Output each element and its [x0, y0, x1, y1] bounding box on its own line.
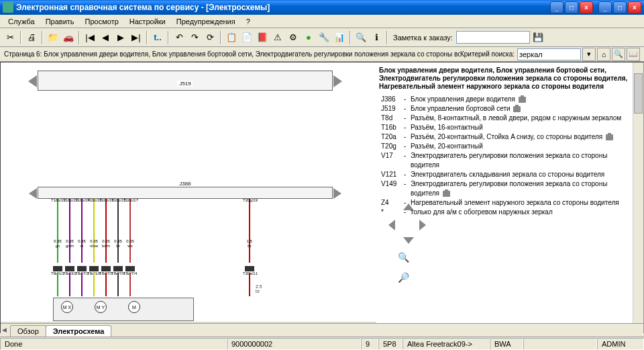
wire[interactable] — [105, 199, 107, 263]
menu-warnings[interactable]: Предупреждения — [171, 16, 241, 27]
nav-up-icon[interactable] — [403, 204, 414, 210]
wire[interactable] — [105, 273, 107, 296]
wire[interactable] — [57, 199, 58, 263]
tool-gear-icon[interactable]: ⚙ — [286, 30, 301, 45]
connector-pin[interactable] — [245, 266, 254, 271]
tool-cut-icon[interactable]: ✂ — [3, 30, 17, 45]
tool-clipboard-icon[interactable]: 📋 — [224, 30, 239, 45]
connector-pin[interactable] — [89, 266, 99, 271]
wire[interactable] — [69, 199, 70, 263]
camera-icon[interactable] — [513, 106, 521, 112]
wire[interactable] — [69, 273, 70, 296]
wire[interactable] — [57, 273, 58, 296]
tool-redo-icon[interactable]: ↷ — [187, 30, 202, 45]
connector-pin[interactable] — [125, 266, 135, 271]
connector-pin[interactable] — [113, 266, 123, 271]
wire[interactable] — [249, 273, 250, 296]
tool-undo-icon[interactable]: ↶ — [172, 30, 186, 45]
tool-refresh-icon[interactable]: ⟳ — [203, 30, 217, 45]
search-find-button[interactable]: 🔍 — [612, 48, 625, 61]
legend-code: T8d — [379, 114, 402, 123]
tool-last-icon[interactable]: ▶| — [129, 30, 144, 45]
status-docnum: 9000000002 — [227, 338, 361, 350]
tool-doc-icon[interactable]: 📄 — [239, 30, 254, 45]
tool-info-icon[interactable]: ℹ — [369, 30, 384, 45]
legend-v-scrollbar[interactable] — [633, 62, 643, 333]
close-button[interactable]: × — [580, 1, 593, 13]
camera-icon[interactable] — [443, 191, 450, 197]
wire[interactable] — [81, 273, 83, 296]
menu-view[interactable]: Просмотр — [80, 16, 124, 27]
block-j386[interactable]: J386 — [38, 187, 333, 199]
legend-code: T16b — [379, 123, 402, 132]
wire-pin-label: T16b/16 — [99, 198, 113, 203]
legend-table: J386-Блок управления двери водителя J519… — [379, 95, 638, 217]
tool-car-icon[interactable]: 🚗 — [61, 30, 76, 45]
zoom-in-icon[interactable]: 🔍 — [396, 251, 410, 264]
motor-symbol[interactable]: M — [128, 301, 140, 313]
menu-edit[interactable]: Править — [40, 16, 80, 27]
connector-pin[interactable] — [77, 266, 87, 271]
wire[interactable] — [129, 273, 131, 296]
block-j519[interactable]: J519 — [38, 71, 333, 91]
legend-code: J386 — [379, 95, 402, 104]
tool-first-icon[interactable]: |◀ — [83, 30, 97, 45]
tool-folder-icon[interactable]: 📁 — [46, 30, 60, 45]
doc-maximize-button[interactable]: □ — [613, 1, 627, 13]
tool-prev-icon[interactable]: ◀ — [98, 30, 113, 45]
tool-warning-icon[interactable]: ⚠ — [270, 30, 285, 45]
legend-desc: Электродвигатель складывания зеркала со … — [409, 170, 638, 179]
doc-close-button[interactable]: × — [628, 1, 641, 13]
legend-row: V121-Электродвигатель складывания зеркал… — [379, 170, 638, 179]
nav-right-icon[interactable] — [419, 220, 426, 230]
minimize-button[interactable]: _ — [550, 1, 564, 13]
tool-link-icon[interactable]: t.. — [150, 30, 165, 45]
tool-print-icon[interactable]: 🖨 — [24, 30, 39, 45]
wire-gauge-label: 0.35bn/rt — [99, 239, 113, 249]
wire[interactable] — [81, 199, 83, 263]
tab-schematic[interactable]: Электросхема — [46, 325, 112, 337]
connector-pin[interactable] — [53, 266, 62, 271]
motor-symbol[interactable]: M X — [61, 301, 73, 313]
wire-pin-label: T16b/12 — [51, 198, 64, 203]
connector-pin[interactable] — [101, 266, 111, 271]
menu-settings[interactable]: Настройки — [124, 16, 171, 27]
tool-book-icon[interactable]: 📕 — [255, 30, 270, 45]
menu-help[interactable]: ? — [241, 16, 256, 27]
wire[interactable] — [249, 199, 250, 263]
nav-left-icon[interactable] — [388, 220, 395, 230]
window-title: Электронная справочная система по сервис… — [16, 3, 549, 12]
wire[interactable] — [93, 273, 95, 296]
zoom-out-icon[interactable]: 🔎 — [396, 271, 410, 284]
wire-pin-label: T16b/17 — [123, 198, 137, 203]
connector-pin[interactable] — [65, 266, 74, 271]
search-dropdown-button[interactable]: ▾ — [582, 48, 596, 61]
wire[interactable] — [129, 199, 131, 263]
diagram-panel[interactable]: J519 J386 T16b/120.35gnT8d/1/2T16b/130.3… — [1, 62, 376, 333]
tool-next-icon[interactable]: ▶ — [113, 30, 128, 45]
camera-icon[interactable] — [519, 97, 526, 103]
tool-green-icon[interactable]: ● — [301, 30, 316, 45]
tool-wrench-icon[interactable]: 🔧 — [317, 30, 331, 45]
status-vehicle: Altea Freetrack09-> — [402, 338, 490, 350]
tool-chart-icon[interactable]: 📊 — [332, 30, 347, 45]
tool-save-note-icon[interactable]: 💾 — [531, 30, 545, 45]
tool-find-icon[interactable]: 🔍 — [354, 30, 368, 45]
wire[interactable] — [117, 199, 119, 263]
search-input[interactable] — [517, 48, 581, 60]
doc-minimize-button[interactable]: _ — [598, 1, 612, 13]
wire[interactable] — [93, 199, 95, 263]
menu-service[interactable]: Служба — [3, 16, 40, 27]
search-home-button[interactable]: ⌂ — [597, 48, 610, 61]
motor-symbol[interactable]: M Y — [95, 301, 107, 313]
wire[interactable] — [117, 273, 119, 296]
nav-down-icon[interactable] — [403, 237, 414, 244]
maximize-button[interactable]: □ — [565, 1, 578, 13]
search-book-button[interactable]: 📖 — [627, 48, 640, 61]
legend-row: V17-Электродвигатель регулировки положен… — [379, 151, 638, 170]
wire-pin-label: T16b/15 — [111, 198, 125, 203]
order-note-input[interactable] — [456, 31, 530, 44]
bottom-connector-box[interactable] — [53, 298, 194, 321]
camera-icon[interactable] — [606, 134, 613, 140]
tab-overview[interactable]: Обзор — [10, 325, 46, 337]
